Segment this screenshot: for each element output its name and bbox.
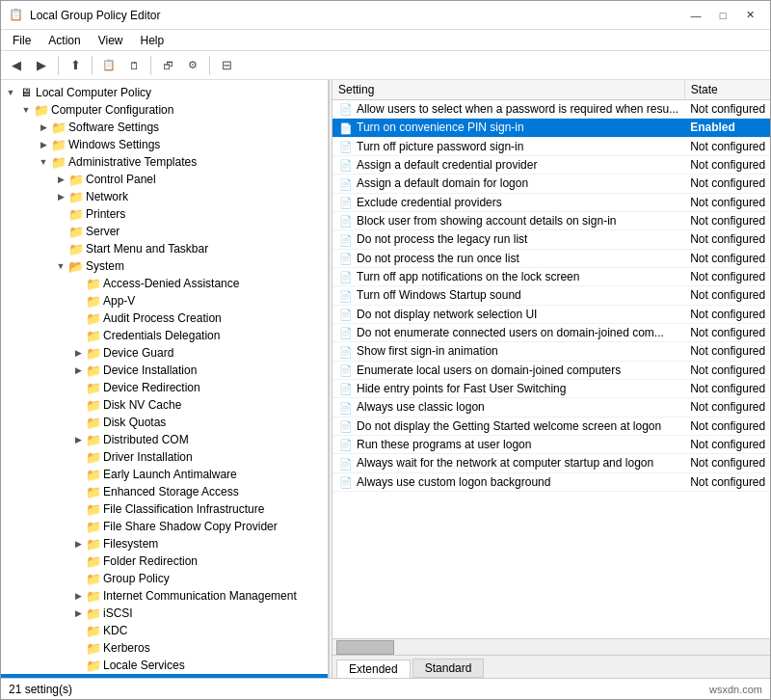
tree-item-local-policy[interactable]: ▼ 🖥 Local Computer Policy [1, 84, 328, 101]
menu-help[interactable]: Help [133, 32, 173, 49]
cell-setting: 📄Show first sign-in animation [332, 342, 684, 361]
cell-state: Not configured [684, 249, 770, 267]
table-row[interactable]: 📄Always use classic logonNot configured [332, 398, 770, 417]
table-row[interactable]: 📄Turn on convenience PIN sign-inEnabled [332, 119, 770, 137]
tree-item-file-classification[interactable]: 📁 File Classification Infrastructure [1, 500, 328, 518]
expand-software-settings[interactable]: ▶ [36, 120, 51, 135]
expand-iscsi[interactable]: ▶ [70, 606, 86, 621]
menu-action[interactable]: Action [40, 32, 88, 49]
tree-item-device-guard[interactable]: ▶ 📁 Device Guard [1, 344, 328, 362]
tree-label-server: Server [86, 225, 120, 238]
expand-distributed-com[interactable]: ▶ [70, 432, 86, 447]
table-row[interactable]: 📄Allow users to select when a password i… [332, 100, 770, 119]
table-row[interactable]: 📄Do not process the run once listNot con… [332, 249, 770, 267]
table-row[interactable]: 📄Turn off Windows Startup soundNot confi… [332, 286, 770, 305]
expand-filesystem[interactable]: ▶ [70, 536, 86, 552]
tree-item-credentials-delegation[interactable]: 📁 Credentials Delegation [1, 327, 328, 344]
col-header-setting[interactable]: Setting [332, 80, 684, 100]
show-hide-button[interactable]: 📋 [97, 54, 120, 77]
properties-button[interactable]: 🗒 [122, 54, 146, 77]
table-row[interactable]: 📄Turn off picture password sign-inNot co… [332, 137, 770, 155]
tree-item-kerberos[interactable]: 📁 Kerberos [1, 639, 328, 657]
menu-view[interactable]: View [91, 32, 131, 49]
folder-icon-windows-settings: 📁 [51, 137, 66, 152]
expand-internet-comm[interactable]: ▶ [70, 588, 86, 604]
tree-item-enhanced-storage[interactable]: 📁 Enhanced Storage Access [1, 483, 328, 500]
expand-local-policy[interactable]: ▼ [3, 85, 18, 100]
table-row[interactable]: 📄Enumerate local users on domain-joined … [332, 361, 770, 379]
table-row[interactable]: 📄Always wait for the network at computer… [332, 454, 770, 472]
tree-item-computer-config[interactable]: ▼ 📁 Computer Configuration [1, 101, 328, 119]
table-row[interactable]: 📄Turn off app notifications on the lock … [332, 267, 770, 285]
table-row[interactable]: 📄Assign a default domain for logonNot co… [332, 175, 770, 193]
tree-item-access-denied[interactable]: 📁 Access-Denied Assistance [1, 275, 328, 292]
table-row[interactable]: 📄Do not display the Getting Started welc… [332, 417, 770, 435]
table-row[interactable]: 📄Show first sign-in animationNot configu… [332, 342, 770, 361]
table-row[interactable]: 📄Block user from showing account details… [332, 211, 770, 229]
expand-admin-templates[interactable]: ▼ [36, 154, 51, 170]
expand-windows-settings[interactable]: ▶ [36, 137, 51, 152]
tree-item-folder-redirection[interactable]: 📁 Folder Redirection [1, 552, 328, 570]
setting-icon: 📄 [338, 103, 354, 116]
tree-item-early-launch[interactable]: 📁 Early Launch Antimalware [1, 466, 328, 483]
filter-button[interactable]: ⊟ [215, 54, 238, 77]
settings-button[interactable]: ⚙ [181, 54, 204, 77]
table-row[interactable]: 📄Assign a default credential providerNot… [332, 155, 770, 174]
maximize-button[interactable]: □ [710, 6, 735, 25]
tree-item-start-menu[interactable]: 📁 Start Menu and Taskbar [1, 240, 328, 257]
tab-extended[interactable]: Extended [336, 660, 411, 678]
tree-item-control-panel[interactable]: ▶ 📁 Control Panel [1, 171, 328, 188]
tree-container[interactable]: ▼ 🖥 Local Computer Policy ▼ 📁 Computer C… [1, 80, 328, 678]
settings-list[interactable]: Setting State 📄Allow users to select whe… [332, 80, 770, 638]
tree-item-windows-settings[interactable]: ▶ 📁 Windows Settings [1, 136, 328, 153]
back-button[interactable]: ◀ [5, 54, 28, 77]
tree-item-iscsi[interactable]: ▶ 📁 iSCSI [1, 605, 328, 622]
tree-item-driver-installation[interactable]: 📁 Driver Installation [1, 448, 328, 466]
table-row[interactable]: 📄Run these programs at user logonNot con… [332, 435, 770, 453]
expand-control-panel[interactable]: ▶ [53, 172, 68, 187]
table-row[interactable]: 📄Do not enumerate connected users on dom… [332, 323, 770, 341]
tree-item-admin-templates[interactable]: ▼ 📁 Administrative Templates [1, 153, 328, 171]
tab-standard[interactable]: Standard [412, 659, 485, 678]
tree-item-software-settings[interactable]: ▶ 📁 Software Settings [1, 119, 328, 136]
expand-computer-config[interactable]: ▼ [18, 102, 34, 118]
table-row[interactable]: 📄Do not display network selection UINot … [332, 305, 770, 323]
tree-item-filesystem[interactable]: ▶ 📁 Filesystem [1, 535, 328, 552]
close-button[interactable]: ✕ [737, 6, 762, 25]
up-button[interactable]: ⬆ [64, 54, 87, 77]
tree-label-enhanced-storage: Enhanced Storage Access [103, 485, 239, 498]
forward-button[interactable]: ▶ [30, 54, 53, 77]
tree-item-disk-quotas[interactable]: 📁 Disk Quotas [1, 414, 328, 431]
tree-item-disk-nv-cache[interactable]: 📁 Disk NV Cache [1, 396, 328, 414]
menu-file[interactable]: File [5, 32, 39, 49]
expand-system[interactable]: ▼ [53, 258, 68, 274]
tree-item-device-redirection[interactable]: 📁 Device Redirection [1, 379, 328, 396]
tree-item-internet-comm[interactable]: ▶ 📁 Internet Communication Management [1, 587, 328, 605]
new-window-button[interactable]: 🗗 [156, 54, 179, 77]
tree-item-group-policy[interactable]: 📁 Group Policy [1, 570, 328, 587]
tree-item-device-installation[interactable]: ▶ 📁 Device Installation [1, 362, 328, 379]
tree-item-audit-process[interactable]: 📁 Audit Process Creation [1, 310, 328, 327]
scrollbar-thumb[interactable] [336, 640, 394, 655]
table-row[interactable]: 📄Exclude credential providersNot configu… [332, 193, 770, 211]
tree-item-file-share-shadow[interactable]: 📁 File Share Shadow Copy Provider [1, 518, 328, 535]
minimize-button[interactable]: — [683, 6, 708, 25]
setting-text: Do not enumerate connected users on doma… [357, 326, 664, 339]
table-row[interactable]: 📄Hide entry points for Fast User Switchi… [332, 379, 770, 397]
tree-item-locale-services[interactable]: 📁 Locale Services [1, 657, 328, 674]
horizontal-scrollbar[interactable] [332, 638, 770, 655]
tree-item-system[interactable]: ▼ 📂 System [1, 257, 328, 275]
tree-item-distributed-com[interactable]: ▶ 📁 Distributed COM [1, 431, 328, 448]
table-row[interactable]: 📄Always use custom logon backgroundNot c… [332, 472, 770, 491]
tree-item-app-v[interactable]: 📁 App-V [1, 292, 328, 310]
cell-setting: 📄Block user from showing account details… [332, 211, 684, 229]
expand-device-installation[interactable]: ▶ [70, 363, 86, 378]
tree-item-kdc[interactable]: 📁 KDC [1, 622, 328, 639]
tree-item-printers[interactable]: 📁 Printers [1, 205, 328, 223]
table-row[interactable]: 📄Do not process the legacy run listNot c… [332, 230, 770, 249]
col-header-state[interactable]: State [684, 80, 770, 100]
tree-item-server[interactable]: 📁 Server [1, 223, 328, 240]
tree-item-network[interactable]: ▶ 📁 Network [1, 188, 328, 205]
expand-network[interactable]: ▶ [53, 189, 68, 204]
expand-device-guard[interactable]: ▶ [70, 345, 86, 361]
